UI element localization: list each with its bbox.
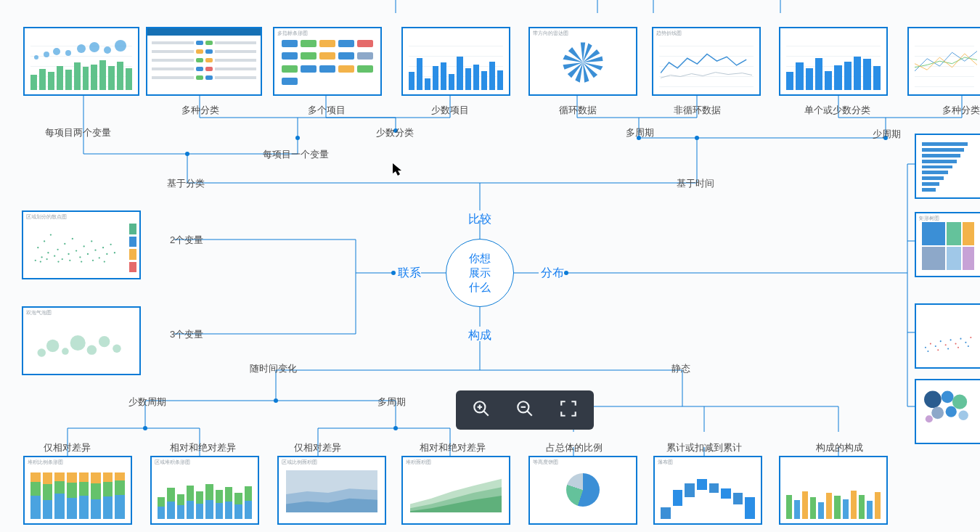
lbl-cyclic: 循环数据 — [559, 104, 597, 117]
thumb-pie[interactable]: 等高度饼图 — [528, 456, 637, 525]
lbl-waterfall: 累计或扣减到累计 — [666, 441, 742, 454]
tt5: 等高度饼图 — [533, 459, 558, 466]
thumb-stacked-pct-bar[interactable]: 堆积比例条形图 — [23, 456, 132, 525]
branch-distribute: 分布 — [541, 266, 564, 281]
branch-compare: 比较 — [468, 212, 491, 227]
svg-point-101 — [57, 249, 58, 250]
svg-point-98 — [47, 252, 49, 253]
cursor-icon — [392, 163, 404, 177]
thumb-waterfall[interactable]: 瀑布图 — [653, 456, 762, 525]
thumb-jitter[interactable] — [915, 303, 980, 369]
svg-point-123 — [104, 261, 105, 262]
lbl-static: 静态 — [671, 362, 690, 375]
thumb-grouped-stacked[interactable] — [779, 456, 888, 525]
svg-point-110 — [91, 240, 92, 242]
svg-point-142 — [937, 349, 939, 351]
svg-marker-85 — [583, 57, 603, 62]
thumb-line[interactable]: 趋势折线图 — [652, 27, 761, 96]
svg-point-105 — [72, 238, 73, 240]
svg-point-74 — [34, 55, 38, 60]
lbl-single-few: 单个或少数分类 — [804, 104, 870, 117]
svg-point-112 — [99, 257, 100, 258]
svg-point-106 — [75, 250, 77, 251]
svg-point-129 — [99, 336, 110, 347]
svg-point-128 — [87, 345, 97, 354]
svg-point-96 — [41, 256, 42, 258]
thumb-area-pct[interactable]: 区域比例面积图 — [277, 456, 386, 525]
svg-point-78 — [77, 44, 86, 53]
thumb-single-few-column[interactable] — [779, 27, 888, 96]
svg-point-81 — [115, 40, 126, 52]
svg-point-135 — [945, 344, 947, 345]
thumb-sorted-hbar[interactable] — [915, 134, 980, 199]
lbl-multi-class: 多种分类 — [181, 104, 219, 117]
svg-point-94 — [35, 260, 36, 261]
lbl-overtime: 随时间变化 — [250, 362, 297, 375]
thumb-packed-circles[interactable] — [915, 379, 980, 444]
lbl-few-period: 少周期 — [873, 128, 901, 141]
svg-line-160 — [483, 411, 489, 416]
thumb-multiline-cut[interactable] — [907, 27, 980, 96]
svg-point-133 — [935, 345, 936, 347]
zoom-in-icon — [472, 399, 491, 418]
svg-point-102 — [62, 258, 63, 260]
lbl-many-class-2: 多种分类 — [942, 104, 980, 117]
thumb-title-treemap: 矩形树图 — [919, 215, 939, 222]
zoom-in-button[interactable] — [472, 399, 491, 421]
lbl-per-item-two: 每项目两个变量 — [45, 126, 111, 139]
fullscreen-button[interactable] — [559, 399, 578, 421]
svg-point-104 — [68, 253, 69, 255]
svg-point-39 — [391, 271, 396, 275]
svg-point-136 — [950, 339, 952, 340]
svg-point-152 — [926, 415, 933, 422]
zoom-out-button[interactable] — [515, 399, 534, 421]
lbl-many-items: 多个项目 — [308, 104, 346, 117]
svg-point-127 — [70, 335, 86, 351]
svg-point-146 — [924, 390, 942, 408]
svg-point-7 — [185, 152, 189, 156]
thumb-bubble[interactable]: 双泡气泡图 — [22, 306, 141, 375]
svg-point-76 — [53, 48, 60, 55]
svg-point-45 — [564, 271, 568, 275]
svg-point-95 — [37, 247, 38, 248]
branch-relate: 联系 — [398, 266, 421, 281]
thumb-few-items-column[interactable] — [401, 27, 510, 96]
lbl-share: 占总体的比例 — [546, 441, 603, 454]
svg-point-141 — [927, 351, 928, 352]
svg-point-124 — [38, 348, 46, 357]
thumb-radar[interactable]: 带方向的雷达图 — [528, 27, 637, 96]
svg-point-79 — [89, 42, 99, 52]
svg-point-56 — [274, 398, 278, 403]
thumb-title-bubble: 双泡气泡图 — [26, 309, 52, 316]
lbl-based-on-category: 基于分类 — [167, 177, 205, 190]
thumb-area-abs[interactable]: 堆积面积图 — [401, 456, 510, 525]
svg-point-137 — [955, 343, 956, 345]
thumb-many-items[interactable]: 多指标条形图 — [273, 27, 382, 96]
thumb-treemap[interactable]: 矩形树图 — [915, 212, 980, 277]
svg-point-140 — [970, 337, 971, 338]
svg-point-125 — [46, 340, 59, 352]
thumb-scatter[interactable]: 区域划分的散点图 — [22, 210, 141, 279]
lbl-manyper: 多周期 — [377, 396, 406, 409]
svg-point-80 — [104, 46, 111, 54]
thumb-table-sparklines[interactable] — [146, 27, 262, 96]
lbl-based-on-time: 基于时间 — [677, 177, 714, 190]
tt1: 堆积比例条形图 — [28, 459, 63, 466]
tt4: 堆积面积图 — [406, 459, 431, 466]
svg-point-60 — [393, 426, 398, 430]
thumb-bubble-bar[interactable] — [23, 27, 139, 96]
zoom-out-icon — [515, 399, 534, 418]
svg-point-126 — [62, 348, 69, 355]
thumb-stacked-abs-bar[interactable]: 区域堆积条形图 — [150, 456, 259, 525]
lbl-relonly1: 仅相对差异 — [44, 441, 91, 454]
tt6: 瀑布图 — [658, 459, 673, 466]
svg-point-144 — [957, 347, 959, 348]
center-node: 你想 展示 什么 — [446, 239, 514, 307]
center-label: 你想 展示 什么 — [469, 251, 491, 295]
svg-point-130 — [113, 344, 121, 353]
fullscreen-icon — [559, 399, 578, 418]
lbl-relabs2: 相对和绝对差异 — [420, 441, 486, 454]
svg-point-103 — [64, 243, 65, 245]
svg-point-131 — [925, 347, 926, 348]
diagram-canvas: 你想 展示 什么 比较 联系 分布 构成 基于分类 基于时间 每项目两个变量 每… — [0, 0, 980, 532]
